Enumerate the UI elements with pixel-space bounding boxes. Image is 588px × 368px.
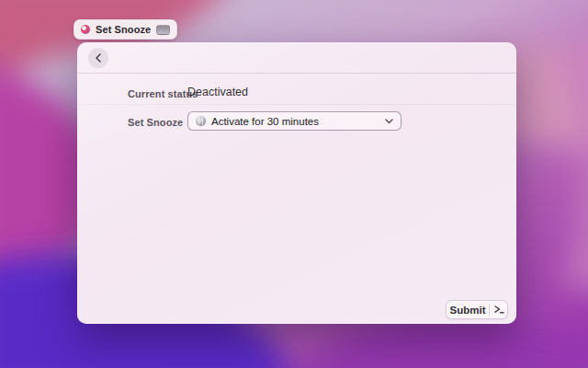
back-button[interactable] <box>88 48 108 68</box>
command-pill[interactable]: Set Snooze <box>74 19 177 40</box>
hotkey-badge-icon <box>156 25 170 35</box>
set-snooze-window: Current status Deactivated Set Snooze Ac… <box>77 42 516 324</box>
enter-key-icon <box>490 301 507 318</box>
pinwheel-app-icon <box>81 25 90 34</box>
snooze-dropdown-value: Activate for 30 minutes <box>211 116 379 127</box>
submit-button[interactable]: Submit <box>446 300 508 319</box>
command-pill-title: Set Snooze <box>96 24 151 35</box>
snooze-status-icon <box>196 116 206 126</box>
snooze-dropdown[interactable]: Activate for 30 minutes <box>187 111 401 131</box>
window-header <box>77 42 516 74</box>
chevron-down-icon <box>385 119 393 124</box>
form-separator <box>77 104 516 105</box>
status-value: Deactivated <box>187 86 248 98</box>
submit-button-label: Submit <box>447 301 489 318</box>
chevron-left-icon <box>95 53 102 63</box>
snooze-row-label: Set Snooze <box>128 117 183 128</box>
